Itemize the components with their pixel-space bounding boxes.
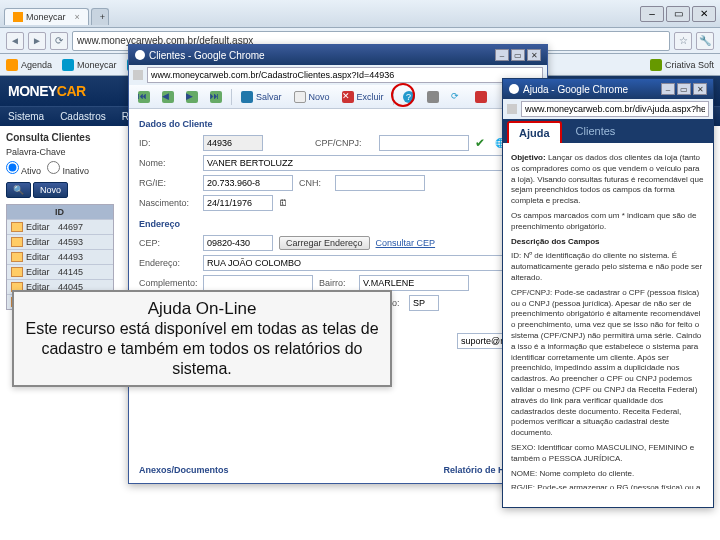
complemento-field[interactable] <box>203 275 313 291</box>
bookmark-star-icon[interactable]: ☆ <box>674 32 692 50</box>
maximize-button[interactable]: ▭ <box>511 49 525 61</box>
close-icon[interactable]: × <box>75 12 80 22</box>
cpf-label: CPF/CNPJ: <box>315 138 373 148</box>
bairro-field[interactable] <box>359 275 469 291</box>
section-title: Dados do Cliente <box>139 119 537 129</box>
reload-button[interactable]: ⟳ <box>50 32 68 50</box>
folder-icon <box>11 222 23 232</box>
ajuda-window: Ajuda - Google Chrome – ▭ ✕ Ajuda Client… <box>502 78 714 508</box>
desc-nome: NOME: Nome completo do cliente. <box>511 469 705 480</box>
excluir-button[interactable]: ✕Excluir <box>337 88 389 106</box>
bookmark-item[interactable]: Criativa Soft <box>650 59 714 71</box>
wrench-icon[interactable]: 🔧 <box>696 32 714 50</box>
browser-tab-active[interactable]: Moneycar × <box>4 8 89 25</box>
grid-header: ID <box>7 205 113 219</box>
window-title: Clientes - Google Chrome <box>149 50 265 61</box>
nav-first-button[interactable]: ⏮ <box>133 88 155 106</box>
novo-button[interactable]: Novo <box>33 182 68 198</box>
compl-label: Complemento: <box>139 278 197 288</box>
bookmark-item[interactable]: Agenda <box>6 59 52 71</box>
radio-ativo[interactable]: Ativo <box>6 161 41 176</box>
desc-rg: RG/IE: Pode-se armazenar o RG (pessoa fí… <box>511 483 705 489</box>
help-button[interactable]: ? <box>398 88 420 106</box>
check-icon: ✔ <box>475 136 489 150</box>
callout-overlay: Ajuda On-Line Este recurso está disponív… <box>12 290 392 387</box>
minimize-button[interactable]: – <box>495 49 509 61</box>
radio-inativo[interactable]: Inativo <box>47 161 89 176</box>
window-titlebar[interactable]: Ajuda - Google Chrome – ▭ ✕ <box>503 79 713 99</box>
chrome-icon <box>509 84 519 94</box>
rg-field[interactable] <box>203 175 293 191</box>
clientes-window: Clientes - Google Chrome – ▭ ✕ ⏮ ◀ ▶ ⏭ S… <box>128 44 548 484</box>
tab-bar: Moneycar × + <box>4 3 109 25</box>
logo: MONEYCAR <box>8 83 86 99</box>
nav-prev-button[interactable]: ◀ <box>157 88 179 106</box>
endereco-field[interactable] <box>203 255 503 271</box>
anexos-link[interactable]: Anexos/Documentos <box>139 465 229 475</box>
window-controls: – ▭ ✕ <box>640 6 716 22</box>
help-address-bar <box>503 99 713 119</box>
novo-button[interactable]: Novo <box>289 88 335 106</box>
favicon <box>62 59 74 71</box>
tab-ajuda[interactable]: Ajuda <box>507 121 562 143</box>
child-url-input[interactable] <box>147 67 543 83</box>
print-icon <box>427 91 439 103</box>
chrome-icon <box>135 50 145 60</box>
cep-label: CEP: <box>139 238 197 248</box>
menu-sistema[interactable]: Sistema <box>8 111 44 122</box>
maximize-button[interactable]: ▭ <box>666 6 690 22</box>
browser-tab-new[interactable]: + <box>91 8 109 25</box>
nasc-field[interactable] <box>203 195 273 211</box>
consultar-cep-link[interactable]: Consultar CEP <box>376 238 436 248</box>
search-icon-button[interactable]: 🔍 <box>6 182 31 198</box>
table-row[interactable]: Editar44145 <box>7 264 113 279</box>
nome-label: Nome: <box>139 158 197 168</box>
table-row[interactable]: Editar44697 <box>7 219 113 234</box>
help-url-input[interactable] <box>521 101 709 117</box>
close-button[interactable]: ✕ <box>527 49 541 61</box>
browser-tab-strip: Moneycar × + – ▭ ✕ <box>0 0 720 28</box>
exit-button[interactable] <box>470 88 492 106</box>
folder-icon <box>11 267 23 277</box>
delete-icon: ✕ <box>342 91 354 103</box>
window-title: Ajuda - Google Chrome <box>523 84 628 95</box>
id-label: ID: <box>139 138 197 148</box>
nome-field[interactable] <box>203 155 503 171</box>
folder-icon <box>11 252 23 262</box>
cep-field[interactable] <box>203 235 273 251</box>
minimize-button[interactable]: – <box>661 83 675 95</box>
calendar-icon[interactable]: 🗓 <box>279 198 288 208</box>
save-icon <box>241 91 253 103</box>
desc-title: Descrição dos Campos <box>511 237 599 246</box>
nav-last-button[interactable]: ⏭ <box>205 88 227 106</box>
tab-clientes[interactable]: Clientes <box>564 119 628 143</box>
window-titlebar[interactable]: Clientes - Google Chrome – ▭ ✕ <box>129 45 547 65</box>
objetivo-label: Objetivo: <box>511 153 546 162</box>
forward-button[interactable]: ► <box>28 32 46 50</box>
minimize-button[interactable]: – <box>640 6 664 22</box>
nav-next-button[interactable]: ▶ <box>181 88 203 106</box>
filter-label: Palavra-Chave <box>6 147 114 157</box>
close-button[interactable]: ✕ <box>692 6 716 22</box>
page-icon <box>133 70 143 80</box>
obrig-text: Os campos marcados com um * indicam que … <box>511 211 705 233</box>
menu-cadastros[interactable]: Cadastros <box>60 111 106 122</box>
callout-body: Este recurso está disponível em todas as… <box>24 319 380 379</box>
end-label: Endereço: <box>139 258 197 268</box>
window-controls: – ▭ ✕ <box>495 49 541 61</box>
close-button[interactable]: ✕ <box>693 83 707 95</box>
table-row[interactable]: Editar44493 <box>7 249 113 264</box>
cnh-field[interactable] <box>335 175 425 191</box>
estado-field[interactable] <box>409 295 439 311</box>
table-row[interactable]: Editar44593 <box>7 234 113 249</box>
cpf-field[interactable] <box>379 135 469 151</box>
favicon <box>6 59 18 71</box>
maximize-button[interactable]: ▭ <box>677 83 691 95</box>
carregar-endereco-button[interactable]: Carregar Endereço <box>279 236 370 250</box>
refresh-button[interactable]: ⟳ <box>446 88 468 106</box>
print-button[interactable] <box>422 88 444 106</box>
action-buttons: 🔍 Novo <box>6 182 114 198</box>
salvar-button[interactable]: Salvar <box>236 88 287 106</box>
back-button[interactable]: ◄ <box>6 32 24 50</box>
bookmark-item[interactable]: Moneycar <box>62 59 117 71</box>
